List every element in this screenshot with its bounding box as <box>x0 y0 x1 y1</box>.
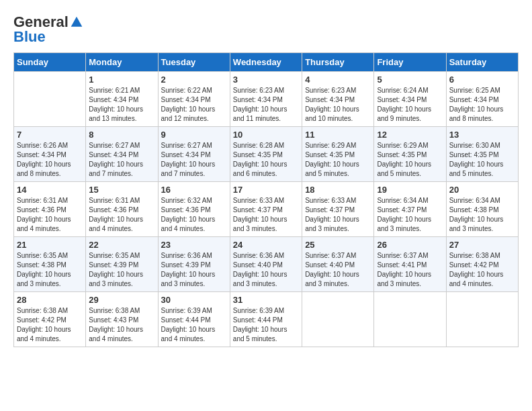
day-info: Sunrise: 6:36 AM Sunset: 4:40 PM Dayligh… <box>233 251 299 289</box>
day-number: 23 <box>161 240 227 250</box>
weekday-header: Sunday <box>14 53 86 72</box>
calendar-day-cell: 29Sunrise: 6:38 AM Sunset: 4:43 PM Dayli… <box>86 292 158 347</box>
day-info: Sunrise: 6:39 AM Sunset: 4:44 PM Dayligh… <box>233 306 299 344</box>
calendar-day-cell: 11Sunrise: 6:29 AM Sunset: 4:35 PM Dayli… <box>302 127 374 182</box>
calendar-day-cell: 24Sunrise: 6:36 AM Sunset: 4:40 PM Dayli… <box>230 237 302 292</box>
day-info: Sunrise: 6:38 AM Sunset: 4:42 PM Dayligh… <box>449 251 515 289</box>
day-number: 21 <box>17 240 83 250</box>
calendar-day-cell: 8Sunrise: 6:27 AM Sunset: 4:34 PM Daylig… <box>86 127 158 182</box>
calendar-day-cell: 22Sunrise: 6:35 AM Sunset: 4:39 PM Dayli… <box>86 237 158 292</box>
page-header: General Blue <box>13 13 519 46</box>
day-number: 6 <box>449 75 515 85</box>
calendar-day-cell: 9Sunrise: 6:27 AM Sunset: 4:34 PM Daylig… <box>158 127 230 182</box>
calendar-day-cell: 10Sunrise: 6:28 AM Sunset: 4:35 PM Dayli… <box>230 127 302 182</box>
day-number: 26 <box>377 240 443 250</box>
day-info: Sunrise: 6:37 AM Sunset: 4:41 PM Dayligh… <box>377 251 443 289</box>
day-number: 16 <box>161 185 227 195</box>
day-number: 14 <box>17 185 83 195</box>
day-info: Sunrise: 6:39 AM Sunset: 4:44 PM Dayligh… <box>161 306 227 344</box>
calendar-empty-cell <box>374 292 446 347</box>
day-info: Sunrise: 6:34 AM Sunset: 4:37 PM Dayligh… <box>377 196 443 234</box>
calendar-empty-cell <box>14 72 86 127</box>
day-number: 10 <box>233 130 299 140</box>
calendar-day-cell: 16Sunrise: 6:32 AM Sunset: 4:36 PM Dayli… <box>158 182 230 237</box>
day-number: 28 <box>17 295 83 305</box>
day-info: Sunrise: 6:22 AM Sunset: 4:34 PM Dayligh… <box>161 86 227 124</box>
day-number: 15 <box>89 185 154 195</box>
calendar-day-cell: 4Sunrise: 6:23 AM Sunset: 4:34 PM Daylig… <box>302 72 374 127</box>
calendar-week-row: 7Sunrise: 6:26 AM Sunset: 4:34 PM Daylig… <box>14 127 519 182</box>
day-number: 5 <box>377 75 443 85</box>
svg-marker-0 <box>71 17 83 27</box>
calendar-day-cell: 15Sunrise: 6:31 AM Sunset: 4:36 PM Dayli… <box>86 182 158 237</box>
day-number: 24 <box>233 240 299 250</box>
day-number: 22 <box>89 240 154 250</box>
calendar-day-cell: 7Sunrise: 6:26 AM Sunset: 4:34 PM Daylig… <box>14 127 86 182</box>
day-number: 31 <box>233 295 299 305</box>
calendar-day-cell: 31Sunrise: 6:39 AM Sunset: 4:44 PM Dayli… <box>230 292 302 347</box>
calendar-day-cell: 28Sunrise: 6:38 AM Sunset: 4:42 PM Dayli… <box>14 292 86 347</box>
weekday-header: Thursday <box>302 53 374 72</box>
calendar-day-cell: 26Sunrise: 6:37 AM Sunset: 4:41 PM Dayli… <box>374 237 446 292</box>
day-info: Sunrise: 6:36 AM Sunset: 4:39 PM Dayligh… <box>161 251 227 289</box>
weekday-header: Wednesday <box>230 53 302 72</box>
day-number: 17 <box>233 185 299 195</box>
day-info: Sunrise: 6:23 AM Sunset: 4:34 PM Dayligh… <box>233 86 299 124</box>
calendar-day-cell: 21Sunrise: 6:35 AM Sunset: 4:38 PM Dayli… <box>14 237 86 292</box>
day-number: 4 <box>305 75 371 85</box>
day-info: Sunrise: 6:29 AM Sunset: 4:35 PM Dayligh… <box>305 141 371 179</box>
day-info: Sunrise: 6:38 AM Sunset: 4:43 PM Dayligh… <box>89 306 154 344</box>
calendar-day-cell: 18Sunrise: 6:33 AM Sunset: 4:37 PM Dayli… <box>302 182 374 237</box>
day-number: 19 <box>377 185 443 195</box>
calendar-day-cell: 30Sunrise: 6:39 AM Sunset: 4:44 PM Dayli… <box>158 292 230 347</box>
calendar-day-cell: 1Sunrise: 6:21 AM Sunset: 4:34 PM Daylig… <box>86 72 158 127</box>
calendar-table: SundayMondayTuesdayWednesdayThursdayFrid… <box>13 52 519 347</box>
weekday-header: Saturday <box>446 53 518 72</box>
day-info: Sunrise: 6:31 AM Sunset: 4:36 PM Dayligh… <box>17 196 83 234</box>
day-info: Sunrise: 6:34 AM Sunset: 4:38 PM Dayligh… <box>449 196 515 234</box>
day-info: Sunrise: 6:31 AM Sunset: 4:36 PM Dayligh… <box>89 196 154 234</box>
calendar-week-row: 28Sunrise: 6:38 AM Sunset: 4:42 PM Dayli… <box>14 292 519 347</box>
day-info: Sunrise: 6:35 AM Sunset: 4:38 PM Dayligh… <box>17 251 83 289</box>
calendar-day-cell: 27Sunrise: 6:38 AM Sunset: 4:42 PM Dayli… <box>446 237 518 292</box>
calendar-week-row: 1Sunrise: 6:21 AM Sunset: 4:34 PM Daylig… <box>14 72 519 127</box>
logo-blue: Blue <box>13 28 46 46</box>
day-info: Sunrise: 6:23 AM Sunset: 4:34 PM Dayligh… <box>305 86 371 124</box>
calendar-day-cell: 14Sunrise: 6:31 AM Sunset: 4:36 PM Dayli… <box>14 182 86 237</box>
day-number: 8 <box>89 130 154 140</box>
calendar-day-cell: 6Sunrise: 6:25 AM Sunset: 4:34 PM Daylig… <box>446 72 518 127</box>
calendar-empty-cell <box>446 292 518 347</box>
day-info: Sunrise: 6:33 AM Sunset: 4:37 PM Dayligh… <box>305 196 371 234</box>
calendar-week-row: 14Sunrise: 6:31 AM Sunset: 4:36 PM Dayli… <box>14 182 519 237</box>
day-number: 29 <box>89 295 154 305</box>
day-number: 9 <box>161 130 227 140</box>
day-number: 27 <box>449 240 515 250</box>
day-number: 12 <box>377 130 443 140</box>
day-info: Sunrise: 6:38 AM Sunset: 4:42 PM Dayligh… <box>17 306 83 344</box>
calendar-day-cell: 5Sunrise: 6:24 AM Sunset: 4:34 PM Daylig… <box>374 72 446 127</box>
calendar-day-cell: 25Sunrise: 6:37 AM Sunset: 4:40 PM Dayli… <box>302 237 374 292</box>
day-number: 3 <box>233 75 299 85</box>
calendar-day-cell: 17Sunrise: 6:33 AM Sunset: 4:37 PM Dayli… <box>230 182 302 237</box>
calendar-empty-cell <box>302 292 374 347</box>
day-number: 18 <box>305 185 371 195</box>
day-number: 20 <box>449 185 515 195</box>
calendar-day-cell: 13Sunrise: 6:30 AM Sunset: 4:35 PM Dayli… <box>446 127 518 182</box>
day-info: Sunrise: 6:24 AM Sunset: 4:34 PM Dayligh… <box>377 86 443 124</box>
day-number: 2 <box>161 75 227 85</box>
calendar-header-row: SundayMondayTuesdayWednesdayThursdayFrid… <box>14 53 519 72</box>
day-info: Sunrise: 6:29 AM Sunset: 4:35 PM Dayligh… <box>377 141 443 179</box>
calendar-day-cell: 12Sunrise: 6:29 AM Sunset: 4:35 PM Dayli… <box>374 127 446 182</box>
calendar-day-cell: 23Sunrise: 6:36 AM Sunset: 4:39 PM Dayli… <box>158 237 230 292</box>
day-info: Sunrise: 6:25 AM Sunset: 4:34 PM Dayligh… <box>449 86 515 124</box>
day-number: 13 <box>449 130 515 140</box>
logo: General Blue <box>13 13 83 46</box>
day-info: Sunrise: 6:33 AM Sunset: 4:37 PM Dayligh… <box>233 196 299 234</box>
day-info: Sunrise: 6:21 AM Sunset: 4:34 PM Dayligh… <box>89 86 154 124</box>
calendar-day-cell: 3Sunrise: 6:23 AM Sunset: 4:34 PM Daylig… <box>230 72 302 127</box>
weekday-header: Friday <box>374 53 446 72</box>
day-number: 25 <box>305 240 371 250</box>
calendar-day-cell: 19Sunrise: 6:34 AM Sunset: 4:37 PM Dayli… <box>374 182 446 237</box>
day-info: Sunrise: 6:30 AM Sunset: 4:35 PM Dayligh… <box>449 141 515 179</box>
day-info: Sunrise: 6:27 AM Sunset: 4:34 PM Dayligh… <box>161 141 227 179</box>
